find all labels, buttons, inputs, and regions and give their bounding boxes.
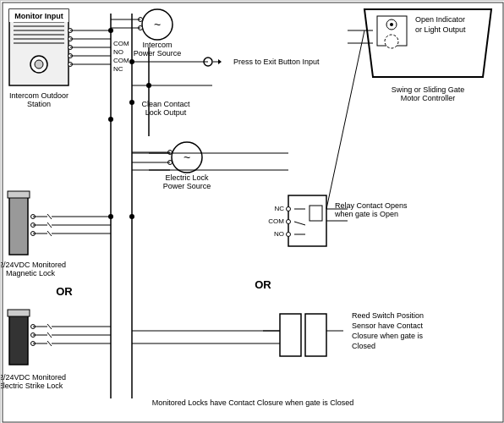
com-relay-label: COM <box>268 217 284 225</box>
svg-point-103 <box>108 214 113 219</box>
electric-strike-label: 12/24VDC Monitored <box>1 373 66 382</box>
nc-label: NC <box>113 65 123 73</box>
svg-point-94 <box>108 117 113 122</box>
reed-switch-label: Reed Switch Position <box>352 311 424 320</box>
relay-contact-label2: when gate is Open <box>334 210 398 218</box>
svg-point-77 <box>390 23 393 26</box>
svg-rect-70 <box>310 206 322 221</box>
svg-text:~: ~ <box>154 18 161 31</box>
svg-text:~: ~ <box>184 151 190 164</box>
wiring-diagram: Monitor Input Intercom Outdoor Station ~… <box>0 0 504 423</box>
svg-rect-52 <box>9 314 28 365</box>
open-indicator-label2: or Light Output <box>415 25 466 34</box>
electric-strike-label2: Electric Strike Lock <box>1 382 63 390</box>
svg-rect-53 <box>8 310 30 316</box>
nc-relay-label: NC <box>274 205 284 212</box>
svg-point-104 <box>129 214 134 219</box>
svg-rect-42 <box>8 191 30 198</box>
intercom-power-label: Intercom <box>142 41 172 49</box>
swing-gate-label: Swing or Sliding Gate <box>392 85 465 94</box>
svg-point-12 <box>35 60 43 69</box>
clean-contact-label: Clean Contact <box>141 100 190 108</box>
svg-point-101 <box>129 59 134 64</box>
svg-point-92 <box>146 83 151 88</box>
svg-point-66 <box>287 233 291 237</box>
no-relay-label: NO <box>274 230 284 238</box>
intercom-outdoor-label2: Station <box>27 100 51 108</box>
svg-point-78 <box>385 35 398 48</box>
electric-lock-label2: Power Source <box>163 182 211 190</box>
svg-point-65 <box>287 220 291 224</box>
open-indicator-label: Open Indicator <box>415 15 465 24</box>
magnetic-lock-label: 12/24VDC Monitored <box>1 261 66 269</box>
or-label-bottom: OR <box>255 278 271 291</box>
press-exit-label: Press to Exit Button Input <box>233 58 320 66</box>
reed-switch-label3: Closure when gate is <box>352 332 424 340</box>
swing-gate-label2: Motor Controller <box>401 94 456 102</box>
com-label-2: COM <box>113 57 129 64</box>
svg-rect-71 <box>280 314 301 356</box>
electric-lock-label: Electric Lock <box>165 173 209 182</box>
svg-point-102 <box>108 28 113 33</box>
magnetic-lock-label2: Magnetic Lock <box>6 269 56 277</box>
monitor-input-label: Monitor Input <box>14 12 63 20</box>
clean-contact-label2: Lock Output <box>145 108 187 117</box>
monitored-locks-label: Monitored Locks have Contact Closure whe… <box>152 398 354 407</box>
svg-point-64 <box>287 207 291 212</box>
svg-rect-41 <box>9 195 28 255</box>
or-label-top: OR <box>56 285 73 298</box>
no-label-top: NO <box>113 48 123 56</box>
com-label-top: COM <box>113 40 129 47</box>
reed-switch-label2: Sensor have Contact <box>352 321 424 330</box>
intercom-power-label2: Power Source <box>134 49 182 58</box>
svg-point-93 <box>129 100 134 105</box>
svg-rect-72 <box>305 314 326 356</box>
reed-switch-label4: Closed <box>352 342 375 350</box>
intercom-outdoor-label: Intercom Outdoor <box>9 91 68 100</box>
